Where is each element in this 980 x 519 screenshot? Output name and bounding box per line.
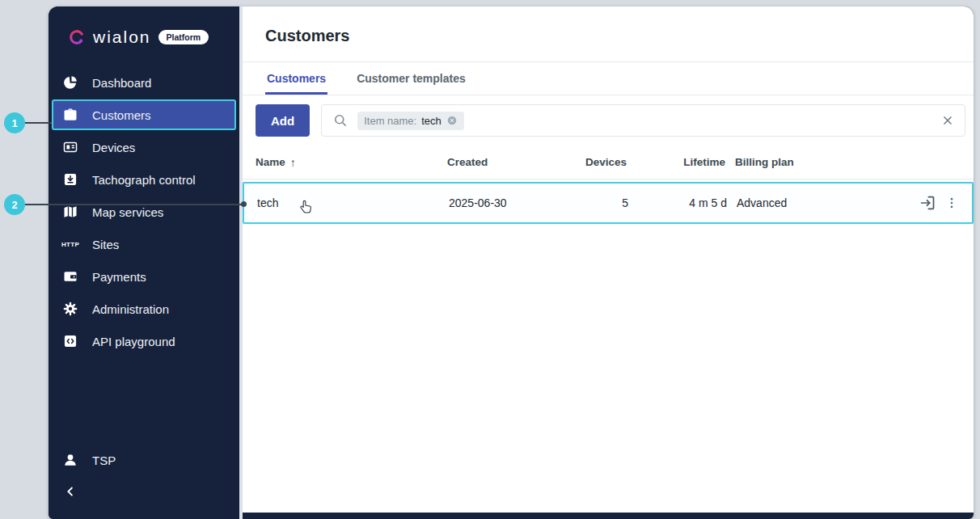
annotation-dot [241, 201, 247, 207]
sidebar: wialon Platform Dashboard [49, 6, 239, 519]
cell-billing-plan: Advanced [727, 196, 891, 209]
sidebar-item-label: Devices [92, 141, 135, 154]
brand-logo: wialon Platform [49, 6, 239, 61]
add-button[interactable]: Add [256, 104, 310, 137]
briefcase-icon [61, 106, 79, 124]
tab-bar: Customers Customer templates [243, 62, 974, 95]
sidebar-item-map-services[interactable]: Map services [52, 196, 236, 227]
map-icon [61, 203, 79, 221]
page-title: Customers [265, 26, 951, 45]
sidebar-item-label: Administration [92, 302, 169, 316]
sidebar-collapse-button[interactable] [52, 476, 236, 507]
chip-remove-icon[interactable] [446, 115, 458, 126]
platform-badge: Platform [158, 30, 209, 44]
gear-icon [61, 300, 79, 318]
sidebar-menu: Dashboard Customers De [49, 61, 239, 357]
sidebar-item-label: Payments [92, 270, 146, 284]
cell-devices: 5 [572, 196, 628, 209]
page-header: Customers [243, 6, 974, 62]
main-content: Customers Customers Customer templates A… [243, 6, 974, 513]
tachograph-download-icon [61, 171, 79, 188]
sidebar-item-label: Tachograph control [92, 173, 196, 187]
sidebar-item-tachograph-control[interactable]: Tachograph control [52, 164, 236, 195]
table-header: Name ↑ Created Devices Lifetime Billing … [243, 146, 974, 179]
table-row[interactable]: tech 2025-06-30 5 4 m 5 d Advanced [243, 182, 974, 224]
app-window: wialon Platform Dashboard [49, 6, 974, 519]
annotation-badge-1: 1 [4, 112, 25, 133]
sidebar-spacer [49, 357, 239, 444]
sidebar-item-label: Dashboard [92, 76, 151, 90]
column-header-devices[interactable]: Devices [570, 156, 627, 168]
column-header-created[interactable]: Created [447, 156, 570, 168]
column-header-lifetime[interactable]: Lifetime [627, 156, 725, 168]
sort-asc-icon: ↑ [290, 156, 296, 169]
cell-name: tech [257, 196, 449, 209]
filter-chip[interactable]: Item name: tech [357, 112, 464, 130]
filter-chip-prefix: Item name: [364, 115, 416, 127]
sidebar-item-devices[interactable]: Devices [52, 132, 236, 162]
payments-icon [61, 268, 79, 285]
login-as-customer-button[interactable] [917, 192, 938, 213]
devices-icon [61, 138, 79, 156]
filter-chip-value: tech [421, 115, 441, 127]
column-header-name[interactable]: Name ↑ [256, 156, 447, 169]
search-field[interactable]: Item name: tech [321, 104, 965, 137]
chevron-left-icon [61, 483, 79, 500]
sidebar-item-label: Customers [92, 108, 151, 122]
sidebar-item-sites[interactable]: HTTP Sites [52, 229, 236, 260]
wialon-logo-icon [68, 28, 86, 46]
sidebar-item-label: API playground [92, 335, 175, 348]
toolbar: Add Item name: tech [243, 95, 974, 146]
annotation-line-2 [24, 204, 243, 205]
sidebar-item-label: Map services [92, 205, 163, 219]
search-icon [332, 112, 349, 129]
column-header-billing-plan[interactable]: Billing plan [725, 156, 893, 168]
row-menu-button[interactable] [943, 194, 961, 212]
http-icon: HTTP [61, 235, 79, 253]
dashboard-icon [61, 74, 79, 91]
annotation-badge-2: 2 [4, 194, 25, 215]
annotation-line-1 [24, 122, 52, 124]
cell-created: 2025-06-30 [449, 196, 572, 209]
sidebar-item-customers[interactable]: Customers [52, 99, 236, 130]
sidebar-item-payments[interactable]: Payments [52, 261, 236, 292]
sidebar-item-dashboard[interactable]: Dashboard [52, 67, 236, 98]
user-icon [61, 451, 79, 469]
tab-customers[interactable]: Customers [265, 62, 327, 95]
code-icon [61, 332, 79, 350]
column-header-name-label: Name [256, 156, 285, 168]
sidebar-item-tsp[interactable]: TSP [52, 445, 236, 475]
sidebar-item-label: TSP [92, 454, 116, 467]
sidebar-item-api-playground[interactable]: API playground [52, 326, 236, 357]
brand-name: wialon [93, 27, 151, 47]
sidebar-item-administration[interactable]: Administration [52, 293, 236, 324]
cell-lifetime: 4 m 5 d [628, 196, 727, 209]
tab-customer-templates[interactable]: Customer templates [355, 62, 467, 95]
sidebar-item-label: Sites [92, 238, 119, 251]
clear-search-icon[interactable] [940, 113, 955, 128]
